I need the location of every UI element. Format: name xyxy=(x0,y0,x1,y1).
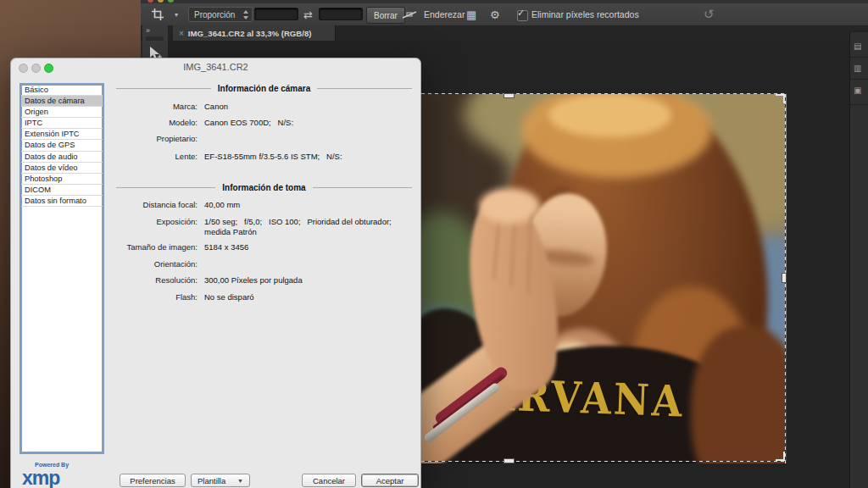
sidebar-item-datos-de-video[interactable]: Datos de vídeo xyxy=(21,163,103,174)
tool-preset-caret-icon[interactable]: ▾ xyxy=(175,3,178,25)
sidebar-item-basico[interactable]: Básico xyxy=(21,85,103,96)
preferences-button[interactable]: Preferencias xyxy=(120,474,186,487)
crop-settings-gear-icon[interactable]: ⚙ xyxy=(490,3,500,25)
crop-marching-ants-bottom xyxy=(421,461,787,462)
window-minimize-icon[interactable] xyxy=(158,0,164,3)
document-tab[interactable]: × IMG_3641.CR2 al 33,3% (RGB/8) xyxy=(173,25,336,41)
crop-handle-top-center[interactable] xyxy=(504,93,515,98)
aspect-ratio-value: Proporción xyxy=(194,10,235,19)
camera-info-heading: Información de cámara xyxy=(116,83,412,93)
straighten-label[interactable]: Enderezar xyxy=(424,3,465,25)
sidebar-item-datos-de-gps[interactable]: Datos de GPS xyxy=(21,140,103,151)
tab-title: IMG_3641.CR2 al 33,3% (RGB/8) xyxy=(188,29,312,38)
tab-close-icon[interactable]: × xyxy=(179,29,184,38)
sidebar-item-datos-sin-formato[interactable]: Datos sin formato xyxy=(21,196,103,207)
screen: ▾ Proporción ⇄ Borrar Enderezar ▦ ⚙ ✓ El… xyxy=(0,0,868,488)
sidebar-item-photoshop[interactable]: Photoshop xyxy=(21,174,103,185)
document-tab-bar: × IMG_3641.CR2 al 33,3% (RGB/8) xyxy=(141,25,868,41)
window-zoom-icon[interactable] xyxy=(168,0,174,3)
crop-handle-top-right[interactable] xyxy=(776,94,785,103)
finger-highlight xyxy=(479,188,540,224)
crop-handle-bottom-right[interactable] xyxy=(776,452,785,461)
dropdown-caret-icon: ▼ xyxy=(237,478,243,484)
xmp-logo: xmp xyxy=(22,467,59,488)
template-dropdown-button[interactable]: Plantilla ▼ xyxy=(191,474,250,487)
accept-button[interactable]: Aceptar xyxy=(361,474,419,487)
crop-handle-bottom-center[interactable] xyxy=(504,458,515,463)
reset-crop-icon[interactable]: ↺ xyxy=(704,3,715,25)
panel-grip[interactable] xyxy=(146,36,164,41)
layers-panel-icon[interactable]: ▣ xyxy=(854,86,861,95)
crop-width-input[interactable] xyxy=(254,8,298,20)
collapse-panel-icon[interactable]: » xyxy=(146,26,150,35)
stepper-icon[interactable] xyxy=(242,9,249,20)
crop-tool-icon[interactable] xyxy=(151,3,164,25)
shot-info-heading: Información de toma xyxy=(116,182,412,192)
crop-options-bar: ▾ Proporción ⇄ Borrar Enderezar ▦ ⚙ ✓ El… xyxy=(141,3,868,26)
crop-marching-ants-top xyxy=(421,93,787,94)
clear-button[interactable]: Borrar xyxy=(366,7,405,24)
file-info-dialog: IMG_3641.CR2 Básico Datos de cámara Orig… xyxy=(10,58,421,488)
sidebar-item-dicom[interactable]: DICOM xyxy=(21,185,103,196)
window-close-icon[interactable] xyxy=(147,0,153,3)
checkmark-icon: ✓ xyxy=(517,8,525,19)
photo-girl-nirvana[interactable]: ARVANA xyxy=(421,93,787,463)
sidebar-item-datos-de-camara[interactable]: Datos de cámara xyxy=(21,96,103,107)
overlay-grid-icon[interactable]: ▦ xyxy=(466,3,476,25)
swap-dimensions-icon[interactable]: ⇄ xyxy=(303,3,313,25)
straighten-level-icon[interactable] xyxy=(402,3,417,25)
sidebar-item-iptc[interactable]: IPTC xyxy=(21,118,103,129)
hair-highlight-bright xyxy=(548,93,671,137)
cancel-button[interactable]: Cancelar xyxy=(302,474,356,487)
delete-cropped-pixels-label[interactable]: Eliminar píxeles recortados xyxy=(531,3,639,25)
crop-height-input[interactable] xyxy=(319,8,363,20)
metadata-category-list: Básico Datos de cámara Origen IPTC Exten… xyxy=(19,83,104,454)
sidebar-item-datos-de-audio[interactable]: Datos de audio xyxy=(21,152,103,163)
sidebar-item-extension-iptc[interactable]: Extensión IPTC xyxy=(21,129,103,140)
dialog-title: IMG_3641.CR2 xyxy=(11,62,420,72)
panel-dock: ▤ ▥ ▣ xyxy=(849,31,868,488)
histogram-panel-icon[interactable]: ▤ xyxy=(854,42,861,51)
sidebar-item-origen[interactable]: Origen xyxy=(21,107,103,118)
crop-handle-mid-right[interactable] xyxy=(782,273,787,283)
aspect-ratio-select[interactable]: Proporción xyxy=(188,7,253,22)
delete-cropped-pixels-checkbox[interactable]: ✓ xyxy=(517,10,528,21)
properties-panel-icon[interactable]: ▥ xyxy=(854,64,861,73)
